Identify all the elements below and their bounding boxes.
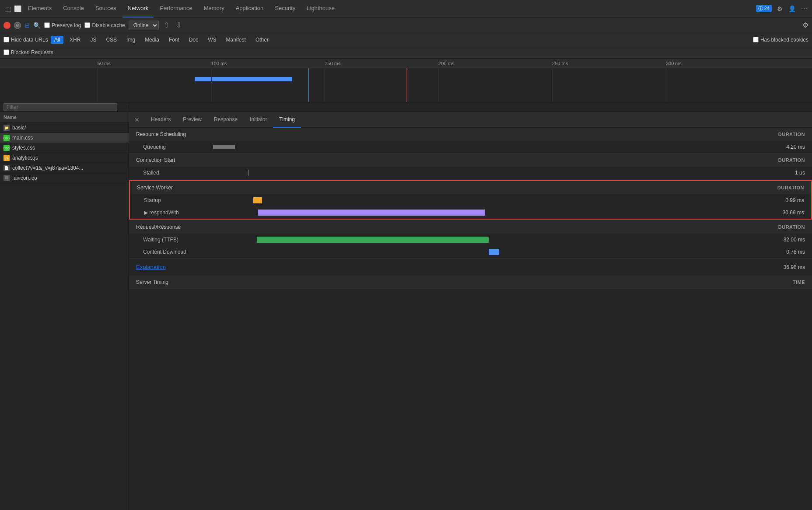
filter-doc-button[interactable]: Doc (186, 36, 202, 44)
settings-icon[interactable]: ⚙ (775, 4, 784, 13)
hide-data-urls-label[interactable]: Hide data URLs (4, 37, 48, 43)
ruler-mark-50: 50 ms (98, 61, 111, 66)
tab-sources[interactable]: Sources (90, 0, 122, 17)
has-blocked-checkbox[interactable] (753, 37, 759, 42)
tab-console[interactable]: Console (58, 0, 89, 17)
request-response-duration-label: DURATION (778, 224, 805, 230)
disable-cache-checkbox[interactable] (84, 22, 90, 28)
grid-line-200 (438, 68, 439, 102)
file-list: Name 📁 basic/ CSS main.css CSS styles.cs… (0, 112, 129, 510)
content-download-row: Content Download 0.78 ms (129, 246, 812, 258)
user-icon[interactable]: 👤 (788, 4, 796, 13)
tab-network[interactable]: Network (122, 0, 154, 17)
has-blocked-cookies[interactable]: Has blocked cookies (753, 37, 808, 43)
content-download-bar (489, 249, 499, 255)
total-duration: 36.98 ms (784, 264, 805, 270)
main-area: Name 📁 basic/ CSS main.css CSS styles.cs… (0, 112, 812, 510)
respond-with-value: 30.69 ms (769, 210, 804, 216)
filter-icon[interactable]: ⊟ (24, 22, 30, 29)
hide-data-urls-checkbox[interactable] (4, 37, 9, 42)
resource-scheduling-header: Resource Scheduling DURATION (129, 128, 812, 141)
startup-bar-area (214, 197, 769, 203)
cursor-icon[interactable]: ⬚ (4, 4, 12, 13)
network-settings-icon[interactable]: ⚙ (802, 21, 808, 29)
ruler-mark-150: 150 ms (325, 61, 340, 66)
content-download-value: 0.78 ms (770, 249, 805, 255)
timeline-bar (195, 77, 292, 81)
tab-application[interactable]: Application (231, 0, 269, 17)
tab-headers[interactable]: Headers (145, 112, 177, 128)
filter-media-button[interactable]: Media (141, 36, 163, 44)
file-name-collect: collect?v=1&_v=j87&a=1304... (12, 165, 83, 171)
filter-manifest-button[interactable]: Manifest (223, 36, 249, 44)
request-response-section: Request/Response DURATION Waiting (TTFB)… (129, 220, 812, 258)
startup-row: Startup 0.99 ms (130, 194, 811, 206)
timeline-ruler: 50 ms 100 ms 150 ms 200 ms 250 ms 300 ms (0, 59, 812, 68)
queueing-label: Queueing (143, 144, 213, 150)
filter-ws-button[interactable]: WS (204, 36, 220, 44)
tab-lighthouse[interactable]: Lighthouse (301, 0, 340, 17)
filter-other-button[interactable]: Other (252, 36, 272, 44)
service-worker-section: Service Worker DURATION Startup 0.99 ms … (129, 180, 812, 220)
grid-line-300 (666, 68, 666, 102)
stalled-bar-area (213, 170, 770, 176)
tab-performance[interactable]: Performance (154, 0, 197, 17)
startup-bar (253, 197, 262, 203)
tab-security[interactable]: Security (270, 0, 301, 17)
device-icon[interactable]: ⬜ (13, 4, 22, 13)
tab-initiator[interactable]: Initiator (244, 112, 273, 128)
preserve-log-label[interactable]: Preserve log (44, 22, 81, 28)
resource-scheduling-title: Resource Scheduling (136, 131, 186, 137)
respond-with-bar-area (214, 210, 769, 216)
tab-memory[interactable]: Memory (199, 0, 230, 17)
server-timing-title: Server Timing (136, 279, 168, 285)
file-item-favicon[interactable]: 🖼 favicon.ico (0, 173, 129, 183)
server-timing-header: Server Timing TIME (129, 276, 812, 289)
preserve-log-checkbox[interactable] (44, 22, 50, 28)
download-icon[interactable]: ⇩ (175, 21, 183, 30)
startup-bar-wrapper (253, 197, 262, 203)
filter-all-button[interactable]: All (51, 36, 63, 44)
waiting-ttfb-bar-wrapper (257, 237, 489, 243)
file-item-basic[interactable]: 📁 basic/ (0, 123, 129, 133)
network-toolbar: ⊘ ⊟ 🔍 Preserve log Disable cache Online … (0, 17, 812, 33)
timing-panel: ✕ Headers Preview Response Initiator Tim… (129, 112, 812, 510)
request-response-title: Request/Response (136, 224, 181, 230)
timeline-area: 50 ms 100 ms 150 ms 200 ms 250 ms 300 ms (0, 59, 812, 102)
close-panel-button[interactable]: ✕ (133, 115, 141, 124)
issue-badge[interactable]: ⓘ 24 (756, 5, 772, 12)
file-name-analyticsjs: analytics.js (12, 155, 38, 161)
tab-response[interactable]: Response (208, 112, 244, 128)
search-icon[interactable]: 🔍 (33, 22, 41, 29)
tab-elements[interactable]: Elements (23, 0, 57, 17)
explanation-link[interactable]: Explanation (136, 264, 166, 270)
stop-button[interactable]: ⊘ (14, 22, 21, 29)
file-icon-maincss: CSS (4, 135, 10, 141)
blocked-requests-checkbox[interactable] (4, 49, 9, 55)
stalled-value: 1 μs (770, 170, 805, 176)
tab-timing[interactable]: Timing (273, 112, 301, 128)
throttle-select[interactable]: Online (129, 21, 159, 30)
filter-img-button[interactable]: Img (123, 36, 139, 44)
record-button[interactable] (4, 22, 10, 29)
filter-css-button[interactable]: CSS (102, 36, 120, 44)
upload-icon[interactable]: ⇧ (162, 21, 171, 30)
server-timing-time-label: TIME (793, 279, 805, 285)
server-timing-section: Server Timing TIME (129, 276, 812, 289)
respond-with-bar-wrapper (258, 210, 769, 216)
filter-text-input[interactable] (4, 103, 117, 111)
filter-font-button[interactable]: Font (165, 36, 183, 44)
file-item-maincss[interactable]: CSS main.css (0, 133, 129, 143)
queueing-row: Queueing 4.20 ms (129, 141, 812, 153)
filter-js-button[interactable]: JS (87, 36, 100, 44)
file-item-collect[interactable]: 📄 collect?v=1&_v=j87&a=1304... (0, 163, 129, 173)
file-name-basic: basic/ (12, 125, 26, 131)
tab-preview[interactable]: Preview (177, 112, 208, 128)
more-icon[interactable]: ⋯ (800, 4, 808, 13)
connection-start-title: Connection Start (136, 157, 175, 163)
file-item-stylescss[interactable]: CSS styles.css (0, 143, 129, 153)
file-item-analyticsjs[interactable]: JS analytics.js (0, 153, 129, 163)
filter-xhr-button[interactable]: XHR (66, 36, 84, 44)
ruler-mark-250: 250 ms (552, 61, 568, 66)
disable-cache-label[interactable]: Disable cache (84, 22, 125, 28)
